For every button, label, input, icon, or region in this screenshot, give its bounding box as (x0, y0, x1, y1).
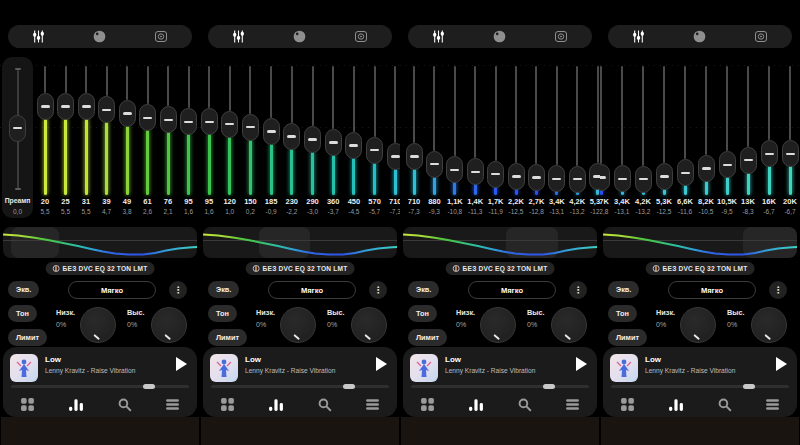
band-thumb[interactable] (528, 164, 545, 191)
overflow-menu-button[interactable]: ⋮ (169, 281, 187, 299)
eq-band-slider[interactable]: 13K-8,3 (738, 55, 759, 220)
eq-band-slider[interactable]: 3,4K-13,1 (612, 55, 633, 220)
band-thumb[interactable] (139, 104, 156, 131)
band-thumb[interactable] (548, 165, 565, 192)
progress-bar[interactable] (411, 385, 589, 388)
equalizer-sliders-icon[interactable] (222, 29, 256, 45)
band-thumb[interactable] (283, 123, 300, 150)
eq-band-slider[interactable]: 2,2K-12,5 (506, 55, 527, 220)
limit-tab-button[interactable]: Лимит (208, 329, 247, 346)
frequency-response-graph[interactable] (203, 227, 397, 258)
equalizer-tab-button[interactable]: Экв. (208, 281, 239, 298)
preamp-thumb[interactable] (9, 115, 26, 142)
play-button[interactable] (776, 357, 787, 371)
equalizer-nav-icon[interactable] (652, 393, 701, 415)
band-thumb[interactable] (426, 151, 443, 178)
now-playing-card[interactable]: Low Lenny Kravitz - Raise Vibration (3, 347, 197, 417)
search-icon[interactable] (500, 393, 549, 415)
eq-band-slider[interactable]: 762,1 (158, 55, 179, 220)
equalizer-tab-button[interactable]: Экв. (8, 281, 39, 298)
overflow-menu-button[interactable]: ⋮ (569, 281, 587, 299)
tone-tab-button[interactable]: Тон (208, 305, 237, 322)
tone-tab-button[interactable]: Тон (408, 305, 437, 322)
frequency-response-graph[interactable] (403, 227, 597, 258)
menu-icon[interactable] (149, 393, 198, 415)
play-button[interactable] (576, 357, 587, 371)
band-thumb[interactable] (635, 166, 652, 193)
limit-tab-button[interactable]: Лимит (608, 329, 647, 346)
eq-band-slider[interactable]: 290-3,0 (302, 55, 323, 220)
band-thumb[interactable] (201, 108, 218, 135)
band-thumb[interactable] (345, 132, 362, 159)
band-thumb[interactable] (304, 126, 321, 153)
eq-band-slider[interactable]: 5,3K-12,5 (654, 55, 675, 220)
eq-band-slider[interactable]: 3,4K-13,1 (546, 55, 567, 220)
speaker-icon[interactable] (144, 29, 178, 45)
eq-band-slider[interactable]: 255,5 (55, 55, 76, 220)
band-thumb[interactable] (263, 118, 280, 145)
progress-thumb[interactable] (343, 384, 355, 389)
now-playing-card[interactable]: Low Lenny Kravitz - Raise Vibration (603, 347, 797, 417)
band-thumb[interactable] (78, 93, 95, 120)
bass-knob[interactable] (680, 307, 716, 343)
band-thumb[interactable] (569, 166, 586, 193)
equalizer-sliders-icon[interactable] (22, 29, 56, 45)
progress-thumb[interactable] (543, 384, 555, 389)
band-thumb[interactable] (242, 114, 259, 141)
library-grid-icon[interactable] (403, 393, 452, 415)
eq-band-slider[interactable]: 1201,0 (219, 55, 240, 220)
eq-band-slider[interactable]: 20K-6,7 (780, 55, 800, 220)
eq-band-slider[interactable]: 612,6 (137, 55, 158, 220)
band-thumb[interactable] (387, 143, 400, 170)
play-button[interactable] (176, 357, 187, 371)
eq-band-slider[interactable]: 493,8 (117, 55, 138, 220)
band-thumb[interactable] (600, 164, 610, 191)
eq-band-slider[interactable]: 185-0,9 (261, 55, 282, 220)
album-art[interactable] (410, 354, 438, 382)
treble-knob[interactable] (551, 307, 587, 343)
band-thumb[interactable] (160, 106, 177, 133)
eq-band-slider[interactable]: 315,5 (76, 55, 97, 220)
band-thumb[interactable] (98, 96, 115, 123)
eq-band-slider[interactable]: 951,6 (200, 55, 220, 220)
eq-band-slider[interactable]: 1,4K-11,3 (465, 55, 486, 220)
now-playing-card[interactable]: Low Lenny Kravitz - Raise Vibration (403, 347, 597, 417)
search-icon[interactable] (100, 393, 149, 415)
eq-band-slider[interactable]: 2,7K-12,8 (526, 55, 547, 220)
eq-band-slider[interactable]: 1500,2 (240, 55, 261, 220)
eq-band-slider[interactable]: 4,2K-13,2 (633, 55, 654, 220)
eq-band-slider[interactable]: 710-7,3 (385, 55, 400, 220)
eq-band-slider[interactable]: 394,7 (96, 55, 117, 220)
band-thumb[interactable] (656, 163, 673, 190)
equalizer-nav-icon[interactable] (252, 393, 301, 415)
now-playing-card[interactable]: Low Lenny Kravitz - Raise Vibration (203, 347, 397, 417)
treble-knob[interactable] (351, 307, 387, 343)
frequency-response-graph[interactable] (603, 227, 797, 258)
frequency-response-graph[interactable] (3, 227, 197, 258)
menu-icon[interactable] (749, 393, 798, 415)
band-thumb[interactable] (366, 137, 383, 164)
library-grid-icon[interactable] (3, 393, 52, 415)
band-thumb[interactable] (487, 161, 504, 188)
tone-tab-button[interactable]: Тон (608, 305, 637, 322)
band-thumb[interactable] (589, 163, 600, 190)
band-thumb[interactable] (180, 108, 197, 135)
equalizer-tab-button[interactable]: Экв. (608, 281, 639, 298)
eq-band-slider[interactable]: 230-2,2 (281, 55, 302, 220)
speaker-icon[interactable] (744, 29, 778, 45)
overflow-menu-button[interactable]: ⋮ (369, 281, 387, 299)
eq-band-slider[interactable]: 1,1K-10,8 (444, 55, 465, 220)
album-art[interactable] (210, 354, 238, 382)
search-icon[interactable] (300, 393, 349, 415)
preset-selector[interactable]: Мягко (268, 281, 356, 299)
band-thumb[interactable] (221, 111, 238, 138)
eq-band-slider[interactable]: 4,2K-13,2 (567, 55, 588, 220)
limit-tab-button[interactable]: Лимит (408, 329, 447, 346)
eq-band-slider[interactable]: 570-5,7 (364, 55, 385, 220)
treble-knob[interactable] (751, 307, 787, 343)
tone-knob-icon[interactable] (283, 29, 317, 45)
equalizer-tab-button[interactable]: Экв. (408, 281, 439, 298)
band-thumb[interactable] (37, 93, 54, 120)
album-art[interactable] (10, 354, 38, 382)
band-thumb[interactable] (761, 140, 778, 167)
